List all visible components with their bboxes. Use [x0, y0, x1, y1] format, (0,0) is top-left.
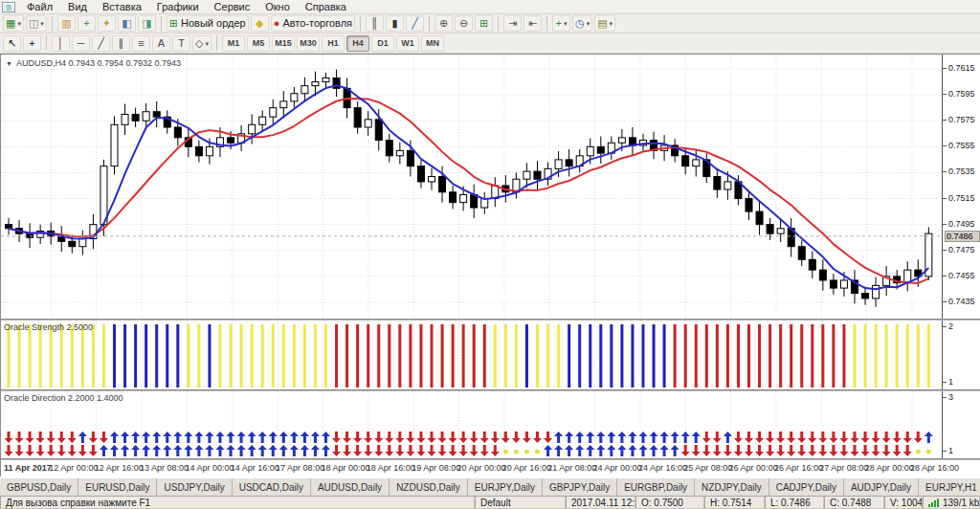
- oracle-strength-pane[interactable]: Oracle Strength 2.5000 21: [1, 321, 980, 389]
- chevron-down-icon[interactable]: ▾: [40, 16, 44, 31]
- time-axis-label: 24 Apr 16:00: [638, 463, 687, 473]
- trendline-button[interactable]: ╱: [92, 35, 110, 52]
- profiles-icon: ◫: [29, 16, 38, 31]
- strategy-tester-button[interactable]: ◨: [138, 15, 156, 32]
- chevron-down-icon[interactable]: ▾: [17, 16, 21, 31]
- indicators-icon: +: [556, 16, 562, 31]
- timeframe-h4[interactable]: H4: [346, 35, 369, 52]
- direction-indicator-label: Oracle Direction 2.2000 1.4000: [4, 393, 123, 403]
- navigator-button[interactable]: ✦: [98, 15, 116, 32]
- time-axis-label: 12 Apr 00:00: [49, 463, 98, 473]
- equidistant-channel-icon: ∥: [119, 36, 124, 51]
- chevron-down-icon[interactable]: ▾: [610, 16, 613, 31]
- indicators-button[interactable]: +▾: [552, 15, 570, 32]
- chart-tab-eurjpy-daily[interactable]: EURJPY,Daily: [468, 478, 543, 496]
- profiles-button[interactable]: ◫▾: [26, 15, 47, 32]
- menu-1[interactable]: Вид: [60, 0, 95, 13]
- zoom-in-button[interactable]: ⊕: [434, 15, 453, 32]
- toolbar-separator: [546, 16, 547, 32]
- chevron-down-icon[interactable]: ▾: [587, 16, 590, 31]
- toolbar-separator: [216, 35, 217, 51]
- chart-tab-eurgbp-daily[interactable]: EURGBP,Daily: [617, 478, 695, 496]
- chart-tab-eurjpy-h1[interactable]: EURJPY,H1: [919, 478, 980, 496]
- arrows-tool-button[interactable]: ◇▾: [192, 35, 212, 52]
- horizontal-line-button[interactable]: ─: [72, 35, 90, 52]
- new-chart-button[interactable]: ▦▾: [3, 15, 24, 32]
- templates-button[interactable]: ▤▾: [594, 15, 615, 32]
- chevron-down-icon[interactable]: ▾: [564, 16, 568, 31]
- price-axis-label: 0.7615: [948, 63, 975, 73]
- zoom-out-button[interactable]: ⊖: [455, 15, 473, 32]
- chart-title-dropdown-icon[interactable]: ▼: [6, 60, 12, 67]
- chart-tab-nzdusd-daily[interactable]: NZDUSD,Daily: [390, 478, 468, 496]
- timeframe-m30[interactable]: M30: [297, 35, 320, 52]
- price-pane[interactable]: ▼ AUDUSD,H4 0.7943 0.7954 0.7932 0.7943 …: [1, 55, 980, 319]
- chart-line-button[interactable]: ╱: [406, 15, 424, 32]
- timeframe-m1[interactable]: M1: [222, 35, 245, 52]
- status-low: L: 0.7486: [765, 496, 824, 509]
- timeframe-m15[interactable]: M15: [272, 35, 295, 52]
- chart-tab-usdcad-daily[interactable]: USDCAD,Daily: [233, 478, 311, 496]
- fibonacci-button[interactable]: ≡: [132, 35, 150, 52]
- timeframe-m5[interactable]: M5: [247, 35, 270, 52]
- chevron-down-icon[interactable]: ▾: [205, 36, 209, 51]
- data-window-icon: +: [83, 16, 89, 31]
- equidistant-channel-button[interactable]: ∥: [112, 35, 130, 52]
- arrows-tool-icon: ◇: [195, 36, 203, 51]
- timeframe-w1[interactable]: W1: [396, 35, 419, 52]
- price-axis-label: 0.7475: [948, 245, 975, 254]
- chart-tab-usdjpy-daily[interactable]: USDJPY,Daily: [157, 478, 232, 496]
- time-axis: 11 Apr 201712 Apr 00:0012 Apr 16:0013 Ap…: [1, 460, 980, 477]
- new-order-button[interactable]: ⊞Новый ордер: [167, 15, 249, 32]
- chart-candles-button[interactable]: ▮: [386, 15, 404, 32]
- chart-title[interactable]: ▼ AUDUSD,H4 0.7943 0.7954 0.7932 0.7943: [6, 58, 181, 68]
- timeframe-mn[interactable]: MN: [421, 35, 444, 52]
- menu-5[interactable]: Окно: [257, 0, 298, 13]
- status-profile[interactable]: Default: [475, 496, 566, 509]
- navigator-icon: ✦: [102, 16, 111, 31]
- price-axis-label: 0.7535: [948, 166, 975, 176]
- status-connection: 139/1 kb: [923, 496, 980, 509]
- price-axis-label: 0.7595: [948, 89, 975, 99]
- chart-shift-button[interactable]: ⇤: [523, 15, 542, 32]
- market-watch-button[interactable]: ▥: [57, 15, 76, 32]
- menu-3[interactable]: Графики: [149, 0, 207, 13]
- chart-tab-gbpjpy-daily[interactable]: GBPJPY,Daily: [543, 478, 617, 496]
- time-axis-label: 19 Apr 08:00: [412, 463, 460, 473]
- crosshair-button[interactable]: +: [23, 35, 41, 52]
- auto-scroll-button[interactable]: ⇥: [503, 15, 522, 32]
- tile-windows-button[interactable]: ⊞: [475, 15, 493, 32]
- text-button[interactable]: A: [152, 35, 170, 52]
- time-axis-label: 27 Apr 08:00: [819, 463, 868, 473]
- data-window-button[interactable]: +: [78, 15, 96, 32]
- chart-bars-button[interactable]: ║: [366, 15, 384, 32]
- strategy-tester-icon: ◨: [142, 16, 151, 31]
- menu-2[interactable]: Вставка: [95, 0, 149, 13]
- autotrading-button[interactable]: ●Авто-торговля: [271, 15, 355, 32]
- oracle-direction-pane[interactable]: Oracle Direction 2.2000 1.4000 31: [1, 391, 980, 458]
- vertical-line-button[interactable]: │: [52, 35, 70, 52]
- text-label-button[interactable]: T: [172, 35, 190, 52]
- metaeditor-button[interactable]: ◆: [251, 15, 269, 32]
- chart-tab-audjpy-daily[interactable]: AUDJPY,Daily: [844, 478, 919, 496]
- time-axis-label: 12 Apr 16:00: [95, 463, 144, 473]
- price-axis-label: 0.7435: [948, 297, 975, 306]
- cursor-button[interactable]: ↖: [3, 35, 21, 52]
- toolbar-separator: [161, 16, 162, 32]
- menu-4[interactable]: Сервис: [207, 0, 258, 13]
- chart-tab-audusd-daily[interactable]: AUDUSD,Daily: [311, 478, 390, 496]
- status-bar: Для вызова справки нажмите F1 Default 20…: [0, 496, 980, 509]
- chart-tab-cadjpy-daily[interactable]: CADJPY,Daily: [769, 478, 844, 496]
- chart-tab-gbpusd-daily[interactable]: GBPUSD,Daily: [0, 478, 78, 496]
- timeframe-d1[interactable]: D1: [371, 35, 394, 52]
- time-axis-label: 28 Apr 16:00: [910, 463, 959, 473]
- terminal-button[interactable]: ◧: [118, 15, 136, 32]
- chart-tab-nzdjpy-daily[interactable]: NZDJPY,Daily: [695, 478, 769, 496]
- menu-6[interactable]: Справка: [298, 0, 354, 13]
- timeframe-h1[interactable]: H1: [322, 35, 345, 52]
- text-label-icon: T: [178, 36, 185, 51]
- chart-tab-eurusd-daily[interactable]: EURUSD,Daily: [78, 478, 157, 496]
- strength-indicator-label: Oracle Strength 2.5000: [4, 322, 93, 332]
- periods-button[interactable]: ◷▾: [572, 15, 592, 32]
- menu-0[interactable]: Файл: [19, 0, 60, 13]
